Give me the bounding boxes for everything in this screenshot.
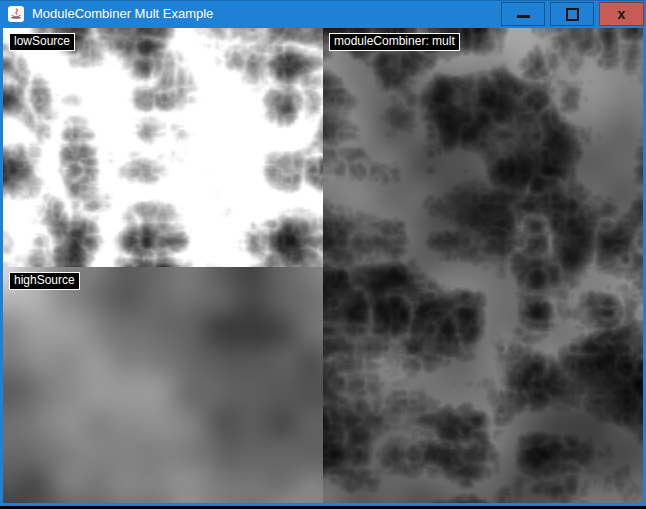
noise-image-modulecombiner-mult (323, 28, 643, 503)
window-title: ModuleCombiner Mult Example (32, 0, 213, 28)
close-button[interactable]: x (599, 2, 644, 26)
panel-label: highSource (9, 272, 80, 290)
noise-panel-highsource: highSource (3, 267, 323, 503)
noise-panel-modulecombiner-mult: moduleCombiner: mult (323, 28, 643, 503)
window-controls: x (501, 2, 644, 26)
java-coffee-cup-icon (8, 6, 24, 22)
close-icon: x (618, 7, 626, 21)
panel-label: moduleCombiner: mult (329, 33, 460, 51)
app-window: ModuleCombiner Mult Example x lowSource … (0, 0, 646, 506)
maximize-icon (566, 8, 579, 21)
noise-image-lowsource (3, 28, 323, 267)
maximize-button[interactable] (550, 2, 594, 26)
minimize-icon (517, 15, 530, 18)
noise-panel-lowsource: lowSource (3, 28, 323, 267)
content-area: lowSource highSource moduleCombiner: mul… (3, 28, 643, 503)
panel-label: lowSource (9, 33, 75, 51)
window-titlebar[interactable]: ModuleCombiner Mult Example x (0, 0, 646, 28)
noise-image-highsource (3, 267, 323, 503)
minimize-button[interactable] (501, 2, 545, 26)
